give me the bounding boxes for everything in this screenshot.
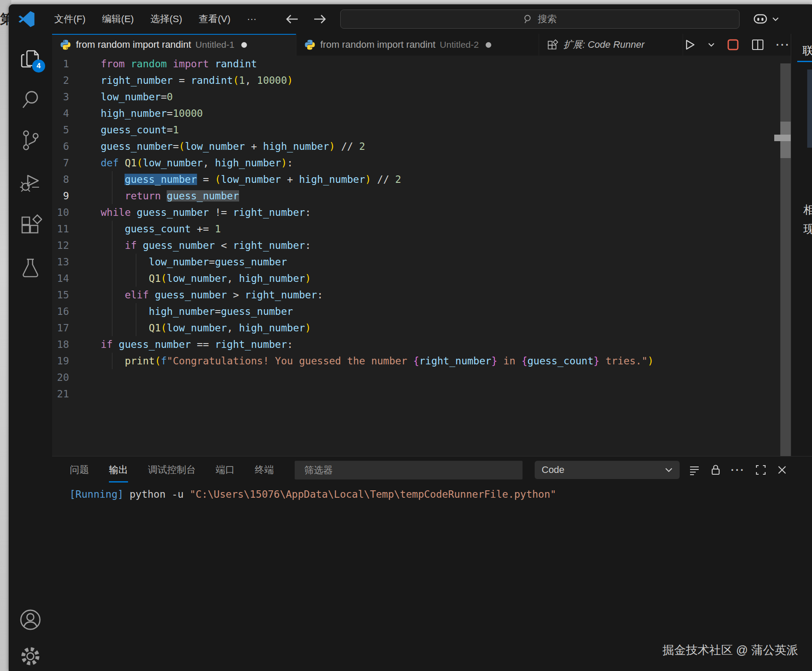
line-number: 10 (52, 204, 79, 221)
panel-header: 问题 输出 调试控制台 端口 终端 筛选器 Code ··· (52, 456, 812, 483)
chevron-down-icon (772, 17, 779, 22)
panel-tab-output[interactable]: 输出 (109, 456, 128, 483)
line-number: 13 (52, 254, 79, 270)
line-number: 5 (52, 122, 79, 138)
line-number: 3 (52, 89, 79, 105)
indent-guide (112, 353, 112, 369)
panel-tab-debug-console[interactable]: 调试控制台 (148, 456, 196, 483)
back-arrow-icon[interactable] (285, 13, 299, 26)
panel-tab-ports[interactable]: 端口 (216, 456, 235, 483)
line-number: 12 (52, 237, 79, 254)
search-placeholder: 搜索 (538, 13, 557, 26)
python-icon (304, 39, 316, 50)
run-dropdown-chevron-icon[interactable] (708, 42, 715, 47)
line-number: 15 (52, 287, 79, 303)
line-number: 7 (52, 155, 79, 171)
maximize-panel-icon[interactable] (755, 464, 767, 476)
account-icon[interactable] (18, 607, 43, 632)
indent-guide (112, 221, 112, 336)
code-line[interactable]: 9 return guess_number (52, 188, 791, 204)
code-line[interactable]: 12 if guess_number < right_number: (52, 237, 791, 254)
line-number: 16 (52, 303, 79, 320)
code-line[interactable]: 18if guess_number == right_number: (52, 336, 791, 353)
line-number: 17 (52, 320, 79, 336)
panel-tab-terminal[interactable]: 终端 (255, 456, 274, 483)
extension-tab-icon (547, 39, 558, 50)
code-line[interactable]: 8 guess_number = (low_number + high_numb… (52, 171, 791, 188)
extensions-icon[interactable] (18, 212, 43, 237)
secondary-partial-text: 现 (803, 221, 812, 237)
output-channel-select[interactable]: Code (535, 461, 680, 479)
menu-file[interactable]: 文件(F) (46, 10, 94, 29)
code-line[interactable]: 15 elif guess_number > right_number: (52, 287, 791, 303)
clear-output-icon[interactable] (688, 464, 700, 476)
search-activity-icon[interactable] (18, 87, 43, 112)
code-line[interactable]: 16 high_number=guess_number (52, 303, 791, 320)
indent-guide (112, 171, 112, 204)
line-number: 19 (52, 353, 79, 369)
line-number: 20 (52, 369, 79, 386)
panel-tab-problems[interactable]: 问题 (70, 456, 89, 483)
tab-detail: Untitled-2 (440, 40, 479, 50)
code-line[interactable]: 6guess_number=(low_number + high_number)… (52, 138, 791, 155)
indent-guide (136, 254, 136, 287)
editor-tab-bar: from random import randint Untitled-1 fr… (52, 34, 791, 56)
code-line[interactable]: 4high_number=10000 (52, 105, 791, 122)
bottom-panel: 问题 输出 调试控制台 端口 终端 筛选器 Code ··· (52, 456, 812, 671)
code-lines: 1from random import randint2right_number… (52, 56, 791, 402)
run-code-button[interactable] (683, 38, 696, 51)
line-number: 21 (52, 386, 79, 402)
panel-more-actions-button[interactable]: ··· (731, 464, 745, 476)
code-line[interactable]: 14 Q1(low_number, high_number) (52, 270, 791, 287)
secondary-tab[interactable]: 联 (802, 43, 812, 58)
stop-button[interactable] (727, 38, 740, 51)
secondary-scrollbar-thumb[interactable] (807, 69, 812, 148)
line-number: 1 (52, 56, 79, 72)
tab-code-runner-extension[interactable]: 扩展: Code Runner (539, 34, 683, 56)
code-line[interactable]: 1from random import randint (52, 56, 791, 72)
copilot-button[interactable] (752, 12, 779, 26)
code-line[interactable]: 13 low_number=guess_number (52, 254, 791, 270)
code-line[interactable]: 17 Q1(low_number, high_number) (52, 320, 791, 336)
menu-edit[interactable]: 编辑(E) (94, 10, 142, 29)
code-editor[interactable]: 1from random import randint2right_number… (52, 56, 791, 456)
menu-view[interactable]: 查看(V) (191, 10, 239, 29)
settings-gear-icon[interactable] (18, 644, 43, 669)
tab-title: from random import randint (320, 39, 435, 50)
code-line[interactable]: 2right_number = randint(1, 10000) (52, 72, 791, 89)
search-icon (523, 14, 533, 24)
activity-bar: 4 (9, 34, 52, 671)
source-control-icon[interactable] (18, 128, 43, 153)
tab-untitled-2[interactable]: from random import randint Untitled-2 (296, 34, 539, 56)
close-panel-icon[interactable] (776, 464, 788, 476)
code-line[interactable]: 10while guess_number != right_number: (52, 204, 791, 221)
forward-arrow-icon[interactable] (312, 13, 327, 26)
code-line[interactable]: 19 print(f"Congratulations! You guessed … (52, 353, 791, 369)
vscode-logo-icon (18, 11, 35, 27)
indent-guide (136, 303, 136, 336)
code-line[interactable]: 7def Q1(low_number, high_number): (52, 155, 791, 171)
explorer-icon[interactable]: 4 (18, 46, 43, 71)
code-line[interactable]: 20 (52, 369, 791, 386)
modified-dot-icon[interactable] (241, 42, 247, 48)
output-filter-input[interactable]: 筛选器 (295, 461, 523, 479)
run-debug-icon[interactable] (18, 169, 43, 194)
search-input[interactable]: 搜索 (340, 10, 740, 29)
menu-selection[interactable]: 选择(S) (142, 10, 190, 29)
vscode-window: 文件(F) 编辑(E) 选择(S) 查看(V) ··· 搜索 (9, 4, 812, 671)
line-number: 8 (52, 171, 79, 188)
modified-dot-icon[interactable] (486, 42, 491, 48)
split-editor-button[interactable] (751, 38, 764, 51)
line-number: 4 (52, 105, 79, 122)
code-line[interactable]: 5guess_count=1 (52, 122, 791, 138)
tab-untitled-1[interactable]: from random import randint Untitled-1 (52, 34, 296, 56)
lock-scroll-icon[interactable] (710, 464, 721, 476)
line-number: 18 (52, 336, 79, 353)
code-line[interactable]: 3low_number=0 (52, 89, 791, 105)
code-line[interactable]: 11 guess_count += 1 (52, 221, 791, 237)
menu-more[interactable]: ··· (239, 10, 265, 29)
code-line[interactable]: 21 (52, 386, 791, 402)
testing-icon[interactable] (18, 255, 43, 281)
watermark: 掘金技术社区 @ 蒲公英派 (663, 642, 798, 658)
more-actions-button[interactable]: ··· (776, 39, 790, 51)
